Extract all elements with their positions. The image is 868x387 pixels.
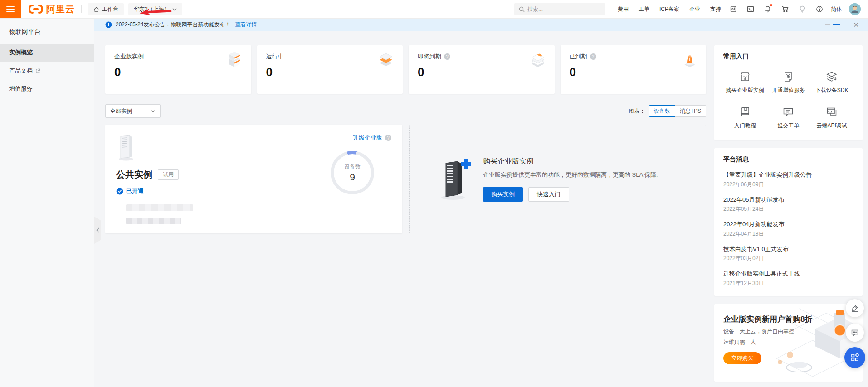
stat-card-running: 运行中 0 xyxy=(257,45,403,94)
help-icon[interactable] xyxy=(815,5,824,13)
stat-value: 0 xyxy=(418,65,546,79)
stat-cards-row: 企业版实例 0 运行中 0 即将 xyxy=(105,45,706,94)
nav-support[interactable]: 支持 xyxy=(710,5,721,13)
brand-name: 阿里云 xyxy=(46,3,75,15)
instance-cards-row: 升级企业版 ? 公共实例 试用 已开通 设备数 9 xyxy=(105,125,706,224)
device-count-gauge: 设备数 9 xyxy=(331,151,374,194)
sidebar-item-value-added-services[interactable]: 增值服务 xyxy=(0,80,94,98)
book-icon xyxy=(739,106,751,118)
quick-entry-tutorial[interactable]: 入门教程 xyxy=(723,106,767,130)
terminal-icon[interactable] xyxy=(746,5,755,13)
banner-detail-link[interactable]: 查看详情 xyxy=(235,21,257,29)
header-nav: 费用 工单 ICP备案 企业 支持 xyxy=(618,5,721,13)
toggle-device-count[interactable]: 设备数 xyxy=(649,105,675,117)
sidebar-item-label: 实例概览 xyxy=(9,44,33,62)
workspace-button[interactable]: 工作台 xyxy=(88,3,124,15)
cart-icon[interactable] xyxy=(781,5,789,13)
apps-launcher-button[interactable] xyxy=(844,347,865,368)
help-icon[interactable]: ? xyxy=(590,53,596,60)
search-placeholder: 搜索... xyxy=(527,5,543,13)
lightbulb-icon[interactable] xyxy=(798,5,806,13)
external-link-icon xyxy=(35,68,40,73)
paper-stack-icon xyxy=(529,51,546,69)
message-title: 技术白皮书V1.0正式发布 xyxy=(723,245,853,253)
buy-instance-button[interactable]: 购买实例 xyxy=(483,187,523,202)
language-selector[interactable]: 简体 xyxy=(831,5,842,13)
quick-entry-download-sdk[interactable]: 下载设备SDK xyxy=(810,71,853,94)
toggle-message-tps[interactable]: 消息TPS xyxy=(675,105,706,117)
message-item[interactable]: 2022年05月新功能发布 2022年05月24日 xyxy=(723,196,853,213)
search-icon xyxy=(519,6,525,12)
message-item[interactable]: 【重要升级】企业版实例升级公告 2022年06月09日 xyxy=(723,171,853,189)
alarm-icon xyxy=(682,51,698,69)
feedback-pencil-button[interactable] xyxy=(846,299,864,317)
help-icon[interactable]: ? xyxy=(444,53,450,60)
stat-card-expired: 已到期 ? 0 xyxy=(561,45,707,94)
promo-banner[interactable]: 企业版实例新用户首购8折 设备一天上云，资产自由掌控 运维只需一人 立即购买 xyxy=(714,304,863,382)
messages-title: 平台消息 xyxy=(723,155,853,164)
avatar[interactable] xyxy=(849,3,861,15)
brand-logo[interactable]: 阿里云 xyxy=(28,3,75,15)
trial-badge: 试用 xyxy=(158,169,179,180)
sidebar-item-product-docs[interactable]: 产品文档 xyxy=(0,62,94,80)
upgrade-enterprise-link[interactable]: 升级企业版 xyxy=(353,134,382,142)
quick-entry-label: 开通增值服务 xyxy=(772,87,805,94)
nav-billing[interactable]: 费用 xyxy=(618,5,629,13)
message-item[interactable]: 2022年04月新功能发布 2022年04月18日 xyxy=(723,220,853,238)
banner-text: 2022-05-24发布公告：物联网平台新功能发布！ xyxy=(116,21,230,29)
promo-line2: 运维只需一人 xyxy=(723,339,853,346)
quick-entry-buy-instance[interactable]: 购买企业版实例 xyxy=(723,71,767,94)
stat-label: 企业版实例 xyxy=(114,53,144,61)
server-plus-icon xyxy=(439,157,471,201)
gauge-value: 9 xyxy=(350,172,355,183)
right-column: 常用入口 购买企业版实例 开通增值服务 xyxy=(714,45,863,382)
notification-dot xyxy=(770,4,772,6)
sidebar-item-label: 产品文档 xyxy=(9,62,33,80)
message-title: 【重要升级】企业版实例升级公告 xyxy=(723,171,853,179)
quick-entry-label: 入门教程 xyxy=(734,122,756,130)
buy-now-button[interactable]: 立即购买 xyxy=(723,352,761,364)
selected-option: 全部实例 xyxy=(110,107,132,115)
nav-enterprise[interactable]: 企业 xyxy=(689,5,700,13)
promo-title: 企业版实例新用户首购8折 xyxy=(723,314,853,324)
banner-close-icon[interactable]: ✕ xyxy=(853,21,859,28)
grid-squares-icon xyxy=(850,353,859,362)
quick-entry-label: 提交工单 xyxy=(777,122,799,130)
quick-entry-submit-ticket[interactable]: 提交工单 xyxy=(767,106,810,130)
message-date: 2022年04月18日 xyxy=(723,230,853,238)
gauge-label: 设备数 xyxy=(344,163,361,171)
support-chat-button[interactable] xyxy=(846,324,864,342)
carousel-dash-active[interactable] xyxy=(833,24,840,25)
instance-filter-select[interactable]: 全部实例 xyxy=(105,104,161,118)
message-date: 2022年06月09日 xyxy=(723,181,853,189)
message-item[interactable]: 技术白皮书V1.0正式发布 2022年03月02日 xyxy=(723,245,853,263)
carousel-dash[interactable] xyxy=(825,24,830,25)
menu-icon[interactable] xyxy=(0,0,21,18)
chart-toggle-label: 图表： xyxy=(629,107,645,115)
quick-start-button[interactable]: 快速入门 xyxy=(528,187,569,202)
check-circle-icon xyxy=(116,188,123,195)
message-item[interactable]: 迁移企业版实例工具正式上线 2021年12月30日 xyxy=(723,270,853,287)
layers-download-icon xyxy=(826,71,838,82)
sidebar-collapse-handle[interactable] xyxy=(94,217,101,244)
stat-value: 0 xyxy=(266,65,394,79)
sidebar-item-instance-overview[interactable]: 实例概览 xyxy=(0,44,94,62)
info-icon xyxy=(105,21,112,28)
nav-icp[interactable]: ICP备案 xyxy=(659,5,679,13)
nav-tickets[interactable]: 工单 xyxy=(639,5,649,13)
search-box[interactable]: 搜索... xyxy=(514,3,605,15)
quick-entry-value-added[interactable]: 开通增值服务 xyxy=(767,71,810,94)
buy-card-body: 购买企业版实例 企业版实例提供更丰富的功能，更好的数据隔离，更高的 SLA 保障… xyxy=(483,157,662,202)
fab-separator xyxy=(848,320,862,320)
chart-toggle-group: 图表： 设备数 消息TPS xyxy=(629,105,706,117)
sidebar-title: 物联网平台 xyxy=(0,18,94,44)
public-instance-card: 升级企业版 ? 公共实例 试用 已开通 设备数 9 xyxy=(105,125,402,233)
chat-bubble-icon xyxy=(851,329,859,337)
annotation-arrow xyxy=(139,5,174,17)
chevron-left-icon xyxy=(96,227,100,233)
help-icon[interactable]: ? xyxy=(385,135,391,141)
pencil-icon xyxy=(851,304,859,312)
api-icon[interactable] xyxy=(729,5,737,13)
quick-entry-api-debug[interactable]: 云端API调试 xyxy=(810,106,853,130)
notification-bell-icon[interactable] xyxy=(764,5,772,13)
